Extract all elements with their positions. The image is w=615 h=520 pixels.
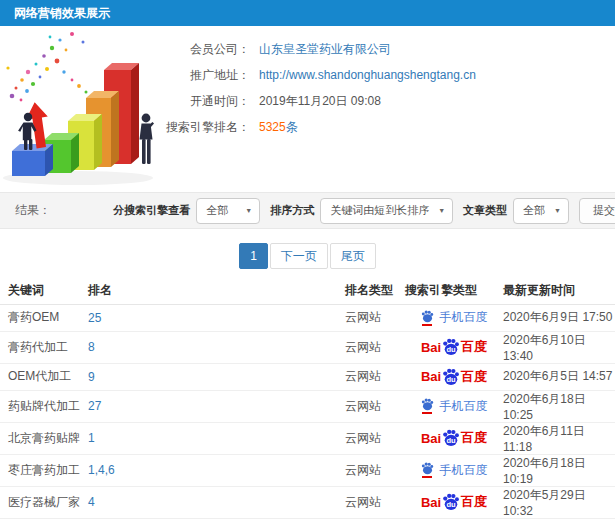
engine-rank-count: 5325 [259, 120, 286, 134]
mobile-baidu-paw-icon [421, 310, 434, 326]
rank-type-cell: 云网站 [345, 331, 405, 363]
engine-type-cell: Bai du 百度 [405, 363, 503, 390]
rank-type-cell: 云网站 [345, 422, 405, 454]
keyword-cell: 膏药OEM [0, 304, 88, 331]
engine-type-cell: Bai du 百度 [405, 486, 503, 518]
rank-type-cell: 云网站 [345, 363, 405, 390]
company-label: 会员公司： [155, 36, 250, 62]
engine-type-cell: Bai du 百度 [405, 454, 503, 486]
company-row: 会员公司：山东皇圣堂药业有限公司 [155, 36, 476, 62]
mobile-baidu-logo: 手机百度 [421, 462, 488, 479]
engine-view-select[interactable]: 全部 ▼ [196, 198, 260, 224]
info-section: 会员公司：山东皇圣堂药业有限公司 推广地址：http://www.shandon… [0, 26, 615, 192]
bar-blue [12, 144, 53, 176]
rank-cell[interactable]: 1 [88, 422, 345, 454]
table-row: 药贴牌代加工 27 云网站 Bai du 百度 [0, 390, 615, 422]
col-engine-type: 搜索引擎类型 [405, 277, 503, 304]
col-updated: 最新更新时间 [503, 277, 615, 304]
updated-cell: 2020年6月11日 11:18 [503, 422, 615, 454]
updated-cell: 2020年6月10日 13:40 [503, 331, 615, 363]
updated-cell: 2020年6月18日 10:19 [503, 454, 615, 486]
keyword-cell: 北京膏药贴牌 [0, 422, 88, 454]
rank-cell[interactable]: 4 [88, 486, 345, 518]
engine-type-cell: Bai du 百度 [405, 422, 503, 454]
keyword-cell: 枣庄膏药加工 [0, 454, 88, 486]
engine-rank-label: 搜索引擎排名： [155, 114, 250, 140]
pagination: 1 下一页 尾页 [0, 243, 615, 269]
updated-cell: 2020年5月29日 10:32 [503, 486, 615, 518]
red-underline [422, 324, 432, 326]
baidu-logo: Bai du 百度 [421, 338, 487, 356]
keyword-cell: 药贴牌代加工 [0, 390, 88, 422]
col-keyword: 关键词 [0, 277, 88, 304]
engine-rank-row: 搜索引擎排名：5325条 [155, 114, 476, 140]
article-type-label: 文章类型 [463, 203, 507, 218]
article-type-select[interactable]: 全部 ▼ [513, 198, 569, 224]
filter-bar: 结果： 分搜索引擎查看 全部 ▼ 排序方式 关键词由短到长排序 ▼ 文章类型 全… [0, 192, 615, 229]
article-type-selected: 全部 [523, 203, 545, 218]
opened-time-row: 开通时间：2019年11月20日 09:08 [155, 88, 476, 114]
header-bar: 网络营销效果展示 [0, 0, 615, 26]
businessman-right [140, 114, 155, 164]
next-page-button[interactable]: 下一页 [270, 243, 328, 269]
engine-rank-unit: 条 [286, 120, 298, 134]
updated-cell: 2020年6月9日 17:50 [503, 304, 615, 331]
engine-view-selected: 全部 [206, 203, 228, 218]
rank-type-cell: 云网站 [345, 304, 405, 331]
submit-button[interactable]: 提交 [579, 198, 615, 224]
baidu-logo: Bai du 百度 [421, 429, 487, 447]
chevron-down-icon: ▼ [438, 207, 445, 214]
baidu-paw-icon: du [442, 493, 460, 511]
rank-type-cell: 云网站 [345, 454, 405, 486]
mobile-baidu-paw-icon [421, 462, 434, 478]
filter-controls: 分搜索引擎查看 全部 ▼ 排序方式 关键词由短到长排序 ▼ 文章类型 全部 ▼ … [103, 198, 615, 224]
table-row: 枣庄膏药加工 1,4,6 云网站 Bai du 百度 [0, 454, 615, 486]
engine-type-cell: Bai du 百度 [405, 304, 503, 331]
page-1-button[interactable]: 1 [239, 243, 268, 269]
mobile-baidu-paw-icon [421, 398, 434, 414]
page-title: 网络营销效果展示 [14, 6, 110, 20]
result-label: 结果： [15, 202, 51, 219]
rank-type-cell: 云网站 [345, 390, 405, 422]
updated-cell: 2020年6月5日 14:57 [503, 363, 615, 390]
sort-select[interactable]: 关键词由短到长排序 ▼ [320, 198, 453, 224]
keyword-ranking-table: 关键词 排名 排名类型 搜索引擎类型 最新更新时间 膏药OEM 25 云网站 B… [0, 277, 615, 520]
table-row: OEM代加工 9 云网站 Bai du 百度 [0, 363, 615, 390]
col-rank-type: 排名类型 [345, 277, 405, 304]
engine-view-label: 分搜索引擎查看 [113, 203, 190, 218]
mobile-baidu-logo: 手机百度 [421, 309, 488, 326]
table-row: 膏药OEM 25 云网站 Bai du 百度 [0, 304, 615, 331]
sort-label: 排序方式 [270, 203, 314, 218]
rank-cell[interactable]: 9 [88, 363, 345, 390]
keyword-cell: OEM代加工 [0, 363, 88, 390]
keyword-cell: 医疗器械厂家 [0, 486, 88, 518]
opened-time-label: 开通时间： [155, 88, 250, 114]
engine-type-cell: Bai du 百度 [405, 331, 503, 363]
promo-url-link[interactable]: http://www.shandonghuangshengtang.cn [259, 68, 476, 82]
table-row: 膏药代加工 8 云网站 Bai du 百度 [0, 331, 615, 363]
member-info: 会员公司：山东皇圣堂药业有限公司 推广地址：http://www.shandon… [155, 36, 476, 140]
table-header-row: 关键词 排名 排名类型 搜索引擎类型 最新更新时间 [0, 277, 615, 304]
promo-url-label: 推广地址： [155, 62, 250, 88]
rank-cell[interactable]: 8 [88, 331, 345, 363]
baidu-paw-icon: du [442, 338, 460, 356]
last-page-button[interactable]: 尾页 [330, 243, 376, 269]
rank-type-cell: 云网站 [345, 486, 405, 518]
updated-cell: 2020年6月18日 10:25 [503, 390, 615, 422]
red-underline [422, 476, 432, 478]
rank-cell[interactable]: 27 [88, 390, 345, 422]
rank-cell[interactable]: 1,4,6 [88, 454, 345, 486]
engine-type-cell: Bai du 百度 [405, 390, 503, 422]
mobile-baidu-logo: 手机百度 [421, 398, 488, 415]
chevron-down-icon: ▼ [245, 207, 252, 214]
company-link[interactable]: 山东皇圣堂药业有限公司 [259, 42, 391, 56]
chevron-down-icon: ▼ [554, 207, 561, 214]
table-row: 北京膏药贴牌 1 云网站 Bai du 百度 [0, 422, 615, 454]
baidu-logo: Bai du 百度 [421, 368, 487, 386]
opened-time-value: 2019年11月20日 09:08 [259, 94, 381, 108]
col-rank: 排名 [88, 277, 345, 304]
rank-cell[interactable]: 25 [88, 304, 345, 331]
table-row: 医疗器械厂家 4 云网站 Bai du 百度 [0, 486, 615, 518]
baidu-logo: Bai du 百度 [421, 493, 487, 511]
baidu-paw-icon: du [442, 368, 460, 386]
